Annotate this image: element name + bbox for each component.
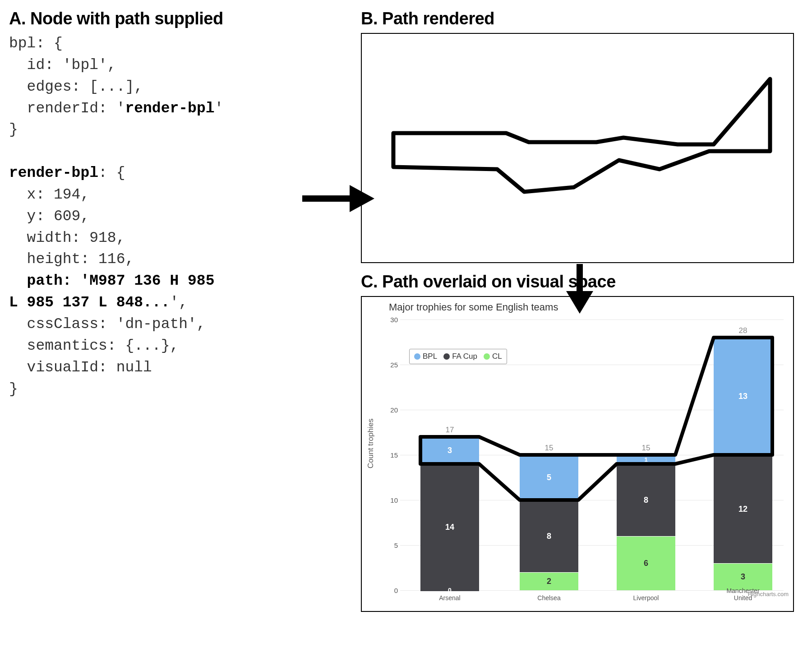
y-tick: 25	[387, 361, 398, 369]
legend-label: FA Cup	[452, 352, 477, 361]
y-tick: 10	[387, 496, 398, 504]
panel-a-heading: A. Node with path supplied	[9, 9, 352, 28]
code-line: renderId: '	[9, 100, 125, 117]
rendered-path-icon	[362, 34, 795, 264]
bar-total: 17	[420, 426, 479, 435]
panel-b: B. Path rendered	[361, 9, 812, 263]
y-tick: 15	[387, 451, 398, 459]
code-line: x: 194,	[9, 186, 89, 203]
code-line: }	[9, 121, 18, 138]
bar-seg-cl: 3	[714, 563, 772, 590]
legend-label: BPL	[423, 352, 437, 361]
bar-seg-cl: 0	[420, 589, 479, 591]
bar-arsenal: 17 3 14 0	[420, 437, 479, 590]
x-tick: Manchester United	[723, 587, 763, 602]
legend-label: CL	[492, 352, 502, 361]
code-bold: render-bpl	[9, 165, 98, 181]
code-line: }	[9, 381, 18, 398]
code-line: id: 'bpl',	[9, 57, 116, 74]
chart-title: Major trophies for some English teams	[389, 301, 558, 313]
code-line: '	[215, 100, 224, 117]
legend-swatch-icon	[414, 353, 420, 360]
bar-seg-cl: 6	[617, 536, 675, 590]
code-bold: path: 'M987 136 H 985	[27, 273, 215, 289]
panel-a: A. Node with path supplied bpl: { id: 'b…	[9, 9, 361, 612]
bar-seg-facup: 8	[520, 500, 578, 572]
x-tick: Liverpool	[633, 594, 659, 602]
bar-seg-cl: 2	[520, 572, 578, 590]
bar-manu: 28 13 12 3	[714, 338, 772, 590]
x-tick: Chelsea	[537, 594, 560, 602]
code-line: y: 609,	[9, 208, 89, 225]
bar-chelsea: 15 5 8 2	[520, 455, 578, 590]
legend-swatch-icon	[443, 353, 450, 360]
code-line: height: 116,	[9, 251, 134, 268]
code-line: bpl: {	[9, 35, 63, 52]
code-line	[9, 273, 27, 289]
bar-seg-bpl: 5	[520, 455, 578, 500]
panel-b-box	[361, 33, 794, 263]
plot-area: 0 5 10 15 20 25 30 BPL	[400, 319, 784, 590]
arrow-right-icon	[302, 183, 374, 214]
x-tick: Arsenal	[439, 594, 460, 602]
bar-total: 15	[520, 444, 578, 453]
legend: BPL FA Cup CL	[409, 349, 507, 364]
chart-container: Major trophies for some English teams Co…	[361, 296, 794, 612]
y-tick: 5	[387, 542, 398, 549]
bar-seg-bpl: 13	[714, 338, 772, 455]
y-tick: 30	[387, 316, 398, 324]
code-block: bpl: { id: 'bpl', edges: [...], renderId…	[9, 33, 352, 400]
legend-item-cl: CL	[484, 352, 502, 361]
chart-y-axis-label: Count trophies	[366, 418, 375, 468]
panel-c: C. Path overlaid on visual space Major t…	[361, 272, 812, 612]
code-line: edges: [...],	[9, 79, 143, 95]
code-line: semantics: {...},	[9, 338, 179, 354]
code-line: visualId: null	[9, 359, 152, 376]
code-line: width: 918,	[9, 230, 125, 246]
legend-swatch-icon	[484, 353, 490, 360]
code-line: ',	[170, 294, 188, 311]
bar-liverpool: 15 1 8 6	[617, 455, 675, 590]
gridline	[400, 319, 784, 320]
code-line: : {	[98, 165, 125, 181]
code-bold: render-bpl	[125, 100, 214, 117]
bar-seg-facup: 8	[617, 464, 675, 536]
bar-total: 28	[714, 326, 772, 335]
svg-marker-3	[566, 291, 593, 314]
code-bold: L 985 137 L 848...	[9, 294, 170, 311]
bar-seg-facup: 14	[420, 464, 479, 590]
legend-item-bpl: BPL	[414, 352, 437, 361]
bar-seg-facup: 12	[714, 455, 772, 563]
bar-total: 15	[617, 444, 675, 453]
panel-b-heading: B. Path rendered	[361, 9, 812, 28]
y-tick: 20	[387, 406, 398, 414]
code-line: cssClass: 'dn-path',	[9, 316, 206, 333]
y-tick: 0	[387, 587, 398, 594]
svg-marker-1	[350, 185, 374, 212]
bar-seg-bpl: 1	[617, 455, 675, 464]
arrow-down-icon	[564, 264, 595, 314]
legend-item-facup: FA Cup	[443, 352, 477, 361]
bar-seg-bpl: 3	[420, 437, 479, 464]
